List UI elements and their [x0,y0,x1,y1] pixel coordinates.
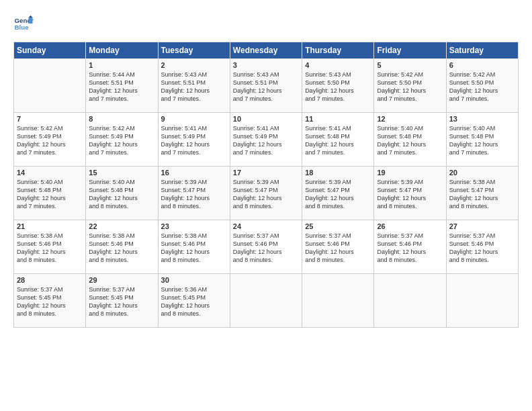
day-number: 18 [305,169,371,177]
calendar-cell: 15Sunrise: 5:40 AM Sunset: 5:48 PM Dayli… [86,167,158,220]
day-number: 30 [161,276,227,284]
day-number: 12 [377,115,443,123]
day-info: Sunrise: 5:41 AM Sunset: 5:49 PM Dayligh… [233,124,299,157]
week-row-1: 7Sunrise: 5:42 AM Sunset: 5:49 PM Daylig… [14,113,519,167]
calendar-cell: 13Sunrise: 5:40 AM Sunset: 5:48 PM Dayli… [446,113,518,167]
day-info: Sunrise: 5:37 AM Sunset: 5:46 PM Dayligh… [305,232,371,265]
calendar-cell: 10Sunrise: 5:41 AM Sunset: 5:49 PM Dayli… [230,113,302,167]
day-info: Sunrise: 5:40 AM Sunset: 5:48 PM Dayligh… [17,178,83,211]
day-number: 17 [233,169,299,177]
calendar-cell: 20Sunrise: 5:38 AM Sunset: 5:47 PM Dayli… [446,167,518,220]
day-info: Sunrise: 5:40 AM Sunset: 5:48 PM Dayligh… [89,178,154,211]
day-info: Sunrise: 5:41 AM Sunset: 5:48 PM Dayligh… [305,124,371,157]
calendar-cell: 11Sunrise: 5:41 AM Sunset: 5:48 PM Dayli… [302,113,374,167]
day-info: Sunrise: 5:41 AM Sunset: 5:49 PM Dayligh… [161,124,227,157]
day-number: 19 [377,169,443,177]
day-info: Sunrise: 5:43 AM Sunset: 5:50 PM Dayligh… [305,71,371,103]
day-info: Sunrise: 5:42 AM Sunset: 5:50 PM Dayligh… [449,71,515,103]
calendar-cell [302,274,374,328]
svg-marker-2 [29,17,33,24]
calendar-cell: 26Sunrise: 5:37 AM Sunset: 5:46 PM Dayli… [374,220,446,274]
calendar-cell: 1Sunrise: 5:44 AM Sunset: 5:51 PM Daylig… [86,59,158,113]
day-number: 9 [161,115,227,123]
calendar-cell: 28Sunrise: 5:37 AM Sunset: 5:45 PM Dayli… [14,274,86,328]
day-number: 25 [305,222,371,230]
day-info: Sunrise: 5:38 AM Sunset: 5:46 PM Dayligh… [17,232,83,265]
day-info: Sunrise: 5:40 AM Sunset: 5:48 PM Dayligh… [449,124,515,157]
day-number: 1 [89,61,154,69]
day-number: 3 [233,61,299,69]
day-number: 16 [161,169,227,177]
calendar-cell: 21Sunrise: 5:38 AM Sunset: 5:46 PM Dayli… [14,220,86,274]
day-info: Sunrise: 5:42 AM Sunset: 5:49 PM Dayligh… [17,124,83,157]
weekday-tuesday: Tuesday [158,42,230,59]
weekday-monday: Monday [86,42,158,59]
week-row-2: 14Sunrise: 5:40 AM Sunset: 5:48 PM Dayli… [14,167,519,220]
weekday-sunday: Sunday [14,42,86,59]
day-number: 13 [449,115,515,123]
calendar-cell: 6Sunrise: 5:42 AM Sunset: 5:50 PM Daylig… [446,59,518,113]
day-info: Sunrise: 5:44 AM Sunset: 5:51 PM Dayligh… [89,71,154,103]
calendar-table: SundayMondayTuesdayWednesdayThursdayFrid… [13,42,519,328]
weekday-thursday: Thursday [302,42,374,59]
day-number: 22 [89,222,154,230]
calendar-cell: 23Sunrise: 5:38 AM Sunset: 5:46 PM Dayli… [158,220,230,274]
day-number: 4 [305,61,371,69]
calendar-cell: 30Sunrise: 5:36 AM Sunset: 5:45 PM Dayli… [158,274,230,328]
day-info: Sunrise: 5:37 AM Sunset: 5:46 PM Dayligh… [449,232,515,265]
calendar-cell: 2Sunrise: 5:43 AM Sunset: 5:51 PM Daylig… [158,59,230,113]
calendar-cell [446,274,518,328]
day-info: Sunrise: 5:43 AM Sunset: 5:51 PM Dayligh… [233,71,299,103]
day-info: Sunrise: 5:42 AM Sunset: 5:49 PM Dayligh… [89,124,154,157]
day-number: 2 [161,61,227,69]
calendar-cell: 4Sunrise: 5:43 AM Sunset: 5:50 PM Daylig… [302,59,374,113]
day-info: Sunrise: 5:36 AM Sunset: 5:45 PM Dayligh… [161,285,227,318]
calendar-cell [374,274,446,328]
weekday-saturday: Saturday [446,42,518,59]
calendar-cell: 17Sunrise: 5:39 AM Sunset: 5:47 PM Dayli… [230,167,302,220]
calendar-cell [230,274,302,328]
week-row-4: 28Sunrise: 5:37 AM Sunset: 5:45 PM Dayli… [14,274,519,328]
day-info: Sunrise: 5:38 AM Sunset: 5:47 PM Dayligh… [449,178,515,211]
day-number: 29 [89,276,154,284]
calendar-cell: 24Sunrise: 5:37 AM Sunset: 5:46 PM Dayli… [230,220,302,274]
calendar-cell: 29Sunrise: 5:37 AM Sunset: 5:45 PM Dayli… [86,274,158,328]
calendar-cell: 25Sunrise: 5:37 AM Sunset: 5:46 PM Dayli… [302,220,374,274]
day-number: 11 [305,115,371,123]
logo-icon: General Blue [13,13,34,34]
calendar-cell: 12Sunrise: 5:40 AM Sunset: 5:48 PM Dayli… [374,113,446,167]
day-info: Sunrise: 5:37 AM Sunset: 5:46 PM Dayligh… [233,232,299,265]
day-info: Sunrise: 5:39 AM Sunset: 5:47 PM Dayligh… [305,178,371,211]
day-number: 24 [233,222,299,230]
weekday-wednesday: Wednesday [230,42,302,59]
calendar-page: General Blue SundayMondayTuesdayWednesda… [0,0,532,334]
day-number: 6 [449,61,515,69]
calendar-cell: 3Sunrise: 5:43 AM Sunset: 5:51 PM Daylig… [230,59,302,113]
day-number: 27 [449,222,515,230]
day-number: 8 [89,115,154,123]
day-number: 26 [377,222,443,230]
calendar-cell: 9Sunrise: 5:41 AM Sunset: 5:49 PM Daylig… [158,113,230,167]
calendar-cell [14,59,86,113]
day-number: 21 [17,222,83,230]
calendar-cell: 27Sunrise: 5:37 AM Sunset: 5:46 PM Dayli… [446,220,518,274]
day-info: Sunrise: 5:39 AM Sunset: 5:47 PM Dayligh… [161,178,227,211]
day-info: Sunrise: 5:38 AM Sunset: 5:46 PM Dayligh… [89,232,154,265]
calendar-cell: 14Sunrise: 5:40 AM Sunset: 5:48 PM Dayli… [14,167,86,220]
day-info: Sunrise: 5:40 AM Sunset: 5:48 PM Dayligh… [377,124,443,157]
calendar-cell: 5Sunrise: 5:42 AM Sunset: 5:50 PM Daylig… [374,59,446,113]
day-number: 10 [233,115,299,123]
day-info: Sunrise: 5:37 AM Sunset: 5:45 PM Dayligh… [89,285,154,318]
calendar-cell: 19Sunrise: 5:39 AM Sunset: 5:47 PM Dayli… [374,167,446,220]
day-number: 5 [377,61,443,69]
day-info: Sunrise: 5:42 AM Sunset: 5:50 PM Dayligh… [377,71,443,103]
day-number: 15 [89,169,154,177]
header: General Blue [13,13,519,34]
day-info: Sunrise: 5:39 AM Sunset: 5:47 PM Dayligh… [377,178,443,211]
calendar-cell: 8Sunrise: 5:42 AM Sunset: 5:49 PM Daylig… [86,113,158,167]
svg-text:Blue: Blue [15,24,30,31]
day-info: Sunrise: 5:37 AM Sunset: 5:46 PM Dayligh… [377,232,443,265]
calendar-body: 1Sunrise: 5:44 AM Sunset: 5:51 PM Daylig… [14,59,519,328]
day-info: Sunrise: 5:37 AM Sunset: 5:45 PM Dayligh… [17,285,83,318]
calendar-cell: 18Sunrise: 5:39 AM Sunset: 5:47 PM Dayli… [302,167,374,220]
